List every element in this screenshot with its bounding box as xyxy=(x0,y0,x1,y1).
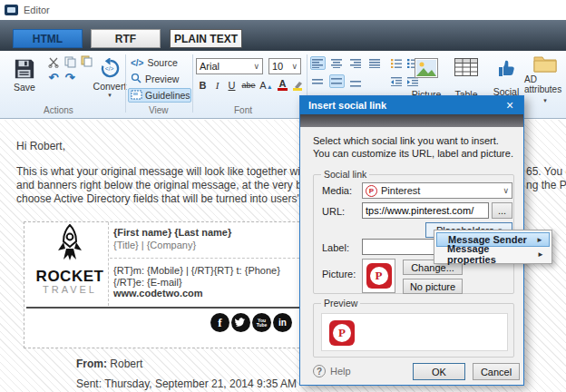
signature-website: www.codetwo.com xyxy=(113,288,203,299)
browse-url-button[interactable]: ... xyxy=(492,202,512,219)
cut-icon[interactable] xyxy=(47,56,60,69)
ribbon-separator xyxy=(192,54,193,113)
media-select[interactable]: P Pinterest ∨ xyxy=(362,182,512,199)
bullet-list-icon[interactable] xyxy=(390,56,404,70)
tab-html[interactable]: HTML xyxy=(13,29,83,48)
decrease-indent-icon[interactable] xyxy=(390,74,404,88)
from-label: From: xyxy=(76,358,107,370)
tab-rtf[interactable]: RTF xyxy=(91,29,161,48)
pinterest-glyph: P xyxy=(333,324,351,342)
convert-icon: </> xyxy=(100,58,121,81)
no-picture-button[interactable]: No picture xyxy=(403,279,463,294)
twitter-icon[interactable] xyxy=(231,313,250,332)
highlight-button[interactable] xyxy=(290,78,304,92)
signature-divider xyxy=(108,222,109,306)
pinterest-mini-icon: P xyxy=(366,185,377,197)
superscript-icon: A▲ xyxy=(259,80,272,91)
rocket-icon xyxy=(53,224,87,268)
ad-attributes-button[interactable]: AD attributes ▾ xyxy=(524,53,566,105)
source-button[interactable]: </> Source xyxy=(131,56,189,69)
font-color-button[interactable]: A xyxy=(276,78,289,92)
close-icon[interactable]: × xyxy=(498,96,522,114)
linkedin-icon[interactable]: in xyxy=(273,313,292,332)
greeting-text: Hi Robert, xyxy=(16,140,65,152)
pinterest-glyph: P xyxy=(370,267,388,285)
picture-icon xyxy=(415,58,438,80)
font-size-select[interactable]: 10 ∨ xyxy=(268,58,301,74)
bold-button[interactable]: B xyxy=(196,78,210,92)
copy-icon[interactable] xyxy=(63,55,76,68)
cancel-button[interactable]: Cancel xyxy=(473,363,520,380)
font-family-select[interactable]: Arial ∨ xyxy=(196,58,263,74)
from-value: Robert xyxy=(107,358,142,370)
body-line-1-fragment: 65. You ca xyxy=(526,165,566,178)
superscript-button[interactable]: A▲ xyxy=(259,78,273,92)
format-tabstrip: HTML RTF PLAIN TEXT xyxy=(0,20,566,51)
preview-group: Preview P xyxy=(313,303,514,358)
italic-button[interactable]: I xyxy=(210,78,224,92)
menu-item-message-properties[interactable]: Message properties ► xyxy=(436,247,550,261)
tab-plain-text[interactable]: PLAIN TEXT xyxy=(170,29,242,48)
align-right-button[interactable] xyxy=(348,56,364,70)
from-line: From: Robert xyxy=(76,358,142,370)
logo-text-travel: TRAVEL xyxy=(32,284,108,296)
font-color-letter: A xyxy=(279,79,287,88)
underline-button[interactable]: U xyxy=(225,78,239,92)
signature-title-company: {Title} | {Company} xyxy=(113,240,196,250)
ribbon-separator xyxy=(125,54,126,113)
line-spacing-1-icon[interactable] xyxy=(310,74,326,88)
chevron-down-icon: ∨ xyxy=(253,62,259,71)
redo-icon[interactable]: ↷ xyxy=(63,71,76,83)
justify-button[interactable] xyxy=(367,56,383,70)
menu-item-label: Message properties xyxy=(447,243,537,265)
logo-text-rocket: ROCKET xyxy=(32,270,108,284)
title-bar: Editor xyxy=(0,0,566,20)
ad-attributes-dropdown-arrow: ▾ xyxy=(543,97,547,104)
guidelines-toggle[interactable]: Guidelines xyxy=(128,88,191,103)
help-link[interactable]: ? Help xyxy=(313,365,351,377)
line-spacing-2-icon[interactable] xyxy=(329,74,345,88)
chevron-down-icon: ∨ xyxy=(291,62,298,71)
line-spacing-3-icon[interactable] xyxy=(348,76,364,90)
app-icon xyxy=(5,5,18,15)
social-thumbs-up-icon xyxy=(495,57,517,81)
pinterest-preview-icon: P xyxy=(329,320,355,346)
undo-icon[interactable]: ↶ xyxy=(47,71,60,83)
font-family-value: Arial xyxy=(200,61,220,72)
preview-group-label: Preview xyxy=(321,298,360,309)
convert-label: Convert xyxy=(93,81,127,92)
rocket-travel-logo: ROCKET TRAVEL xyxy=(32,224,108,302)
linkedin-glyph: in xyxy=(278,318,287,328)
source-icon: </> xyxy=(131,58,143,68)
font-size-value: 10 xyxy=(272,61,283,72)
ok-button[interactable]: OK xyxy=(413,363,465,380)
ad-attributes-label: AD attributes xyxy=(524,74,566,94)
media-label: Media: xyxy=(322,185,352,196)
convert-dropdown-arrow: ▾ xyxy=(108,92,112,99)
guidelines-icon xyxy=(131,90,142,102)
align-center-button[interactable] xyxy=(329,56,345,70)
social-button[interactable]: Social xyxy=(490,53,522,102)
help-icon: ? xyxy=(313,365,326,377)
preview-label: Preview xyxy=(145,74,179,84)
url-input[interactable] xyxy=(362,202,489,219)
placeholders-menu: Message Sender ► Message properties ► xyxy=(434,230,552,264)
label-label: Label: xyxy=(322,242,349,253)
save-button[interactable]: Save xyxy=(9,55,40,95)
window-title: Editor xyxy=(24,5,50,15)
strikethrough-button[interactable]: abe xyxy=(239,78,258,92)
social-link-group-label: Social link xyxy=(321,169,369,180)
body-line-2-fragment: ng the Plac xyxy=(526,179,566,191)
url-label: URL: xyxy=(322,206,345,217)
facebook-glyph: f xyxy=(218,316,221,330)
editor-window: Editor HTML RTF PLAIN TEXT Save ↶ ↷ </> xyxy=(0,0,566,392)
view-group-label: View xyxy=(149,105,169,115)
youtube-glyph: Tube xyxy=(257,323,268,328)
align-left-button[interactable] xyxy=(310,56,326,70)
dialog-title-bar[interactable]: Insert social link xyxy=(300,96,523,114)
facebook-icon[interactable]: f xyxy=(210,313,229,332)
youtube-icon[interactable]: You Tube xyxy=(252,313,271,332)
signature-phone-line: {RT}m: {Mobile} | {/RT}{RT} t: {Phone} xyxy=(113,265,280,276)
preview-button[interactable]: Preview xyxy=(131,73,189,85)
preview-area: P xyxy=(321,313,508,351)
